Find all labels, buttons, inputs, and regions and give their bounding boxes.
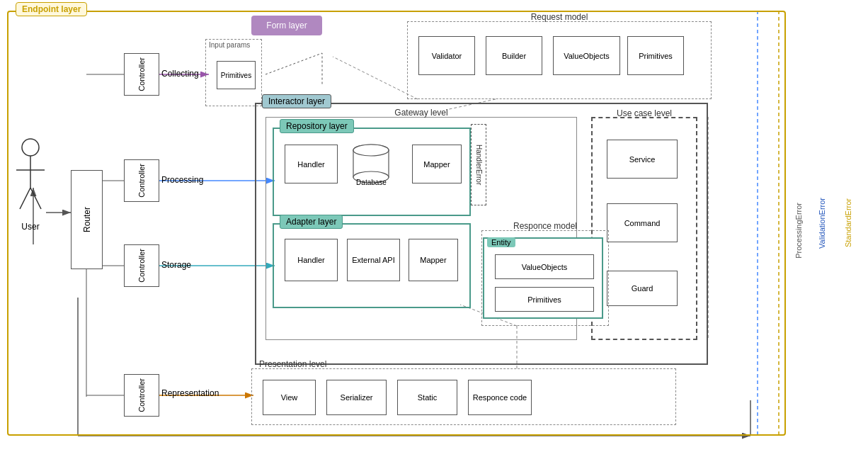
primitives-input-box: Primitives [217, 61, 256, 89]
service-label: Service [629, 155, 656, 164]
presentation-level-box: Presentation level View Serializer Stati… [251, 368, 676, 425]
valueobjects-req-label: ValueObjects [564, 52, 610, 60]
primitives-input-label: Primitives [221, 72, 251, 79]
controller-2-box: Controller [124, 159, 159, 202]
validation-error-label: ValidationError [818, 198, 826, 249]
service-box: Service [607, 140, 678, 179]
primitives-entity-label: Primitives [527, 295, 561, 304]
external-api-label: External API [352, 256, 395, 264]
standard-error-label: StandardError [844, 198, 852, 247]
adapter-layer-label: Adapter layer [280, 215, 343, 229]
static-label: Static [418, 393, 438, 402]
valueobjects-req-box: ValueObjects [553, 36, 620, 75]
view-label: View [281, 393, 298, 402]
request-model-box: Request model Validator Builder ValueObj… [407, 21, 712, 99]
controller-2-label: Controller [137, 164, 146, 198]
form-layer-box: Form layer [251, 16, 322, 35]
svg-point-21 [22, 139, 39, 156]
mapper-adapter-box: Mapper [409, 239, 458, 281]
input-params-area: Input params Primitives [205, 39, 262, 106]
standard-error-container: StandardError [841, 11, 855, 436]
processing-label: Processing [161, 175, 203, 185]
guard-box: Guard [607, 271, 678, 306]
validation-error-container: ValidationError [815, 11, 829, 436]
controller-4-label: Controller [137, 378, 146, 412]
repository-layer-box: Repository layer Handler Database Mapper [273, 128, 471, 216]
handler-repo-box: Handler [285, 145, 338, 183]
interactor-layer-label: Interactor layer [262, 94, 331, 108]
diagram-container: Endpoint layer User Router Controller Co… [0, 0, 868, 452]
form-layer-label: Form layer [266, 21, 307, 30]
handler-adapter-box: Handler [285, 239, 338, 281]
controller-4-box: Controller [124, 374, 159, 417]
controller-3-label: Controller [137, 249, 146, 283]
primitives-req-label: Primitives [639, 52, 673, 60]
database-label: Database [352, 179, 391, 186]
svg-line-24 [20, 188, 30, 209]
entity-box: Entity ValueObjects Primitives [483, 237, 603, 319]
router-box: Router [71, 170, 103, 269]
entity-label: Entity [487, 237, 515, 247]
validator-label: Validator [432, 52, 462, 60]
svg-line-25 [30, 188, 41, 209]
adapter-layer-box: Adapter layer Handler External API Mappe… [273, 223, 471, 308]
storage-label: Storage [161, 260, 191, 270]
valueobjects-entity-label: ValueObjects [522, 263, 568, 271]
representation-label: Representation [161, 388, 219, 398]
gateway-level-label: Gateway level [394, 108, 447, 118]
controller-1-box: Controller [124, 53, 159, 96]
request-model-label: Request model [531, 12, 588, 22]
command-label: Command [624, 219, 661, 227]
primitives-entity-box: Primitives [495, 287, 594, 312]
controller-3-box: Controller [124, 244, 159, 287]
svg-point-29 [353, 145, 389, 156]
mapper-repo-box: Mapper [412, 145, 462, 183]
user-figure: User [13, 135, 48, 232]
router-label: Router [82, 207, 92, 232]
repository-layer-label: Repository layer [280, 119, 354, 133]
use-case-level-label: Use case level [617, 108, 672, 118]
handler-adapter-label: Handler [297, 256, 325, 264]
validator-box: Validator [418, 36, 475, 75]
builder-label: Builder [502, 52, 526, 60]
view-box: View [263, 380, 316, 415]
handler-error-label: HandlerError [475, 145, 483, 185]
static-box: Static [397, 380, 457, 415]
responce-model-label: Responce model [513, 221, 577, 231]
guard-label: Guard [632, 284, 653, 293]
processing-error-label: ProcessingError [794, 203, 803, 259]
responce-code-box: Responce code [468, 380, 532, 415]
valueobjects-entity-box: ValueObjects [495, 254, 594, 279]
command-box: Command [607, 203, 678, 242]
presentation-level-label: Presentation level [259, 359, 326, 369]
serializer-label: Serializer [341, 393, 373, 402]
user-svg [13, 135, 48, 227]
input-params-text: Input params [209, 41, 250, 49]
handler-repo-label: Handler [297, 160, 325, 169]
responce-code-label: Responce code [473, 393, 527, 402]
serializer-box: Serializer [326, 380, 387, 415]
handler-error-box: HandlerError [471, 124, 486, 205]
processing-error-container: ProcessingError [792, 117, 806, 344]
database-cylinder: Database [352, 143, 391, 186]
controller-1-label: Controller [137, 57, 146, 91]
endpoint-layer-label: Endpoint layer [16, 2, 87, 16]
collecting-label: Collecting [161, 69, 199, 79]
mapper-adapter-label: Mapper [420, 256, 446, 264]
external-api-box: External API [347, 239, 400, 281]
mapper-repo-label: Mapper [423, 160, 450, 169]
primitives-req-box: Primitives [627, 36, 684, 75]
builder-box: Builder [486, 36, 542, 75]
